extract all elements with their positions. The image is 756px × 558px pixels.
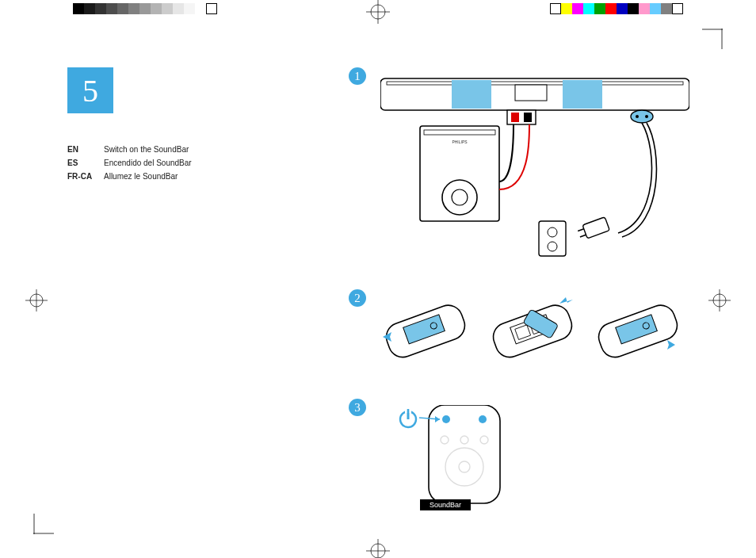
substep-1: 1 [349, 67, 366, 85]
swatch [106, 3, 117, 14]
remote-label-text: SoundBar [430, 501, 461, 509]
svg-rect-17 [387, 82, 683, 85]
substep-3-label: 3 [354, 401, 361, 415]
lang-code: EN [67, 143, 104, 156]
swatch [139, 3, 151, 14]
svg-marker-51 [667, 340, 675, 350]
swatch [672, 3, 683, 14]
substep-2: 2 [349, 289, 366, 307]
swatch [605, 3, 617, 14]
crop-mark-left [25, 289, 48, 311]
swatch [639, 3, 650, 14]
diagram-remote-battery [380, 297, 682, 384]
lang-text: Switch on the SoundBar [104, 143, 189, 156]
swatch [184, 3, 195, 14]
svg-rect-28 [424, 130, 495, 135]
svg-rect-22 [511, 113, 519, 122]
svg-rect-19 [563, 80, 602, 109]
swatch [117, 3, 128, 14]
registration-grayscale-bar [73, 3, 217, 14]
svg-line-33 [578, 229, 584, 231]
swatch [650, 3, 661, 14]
swatch [206, 3, 217, 14]
svg-text:PHILIPS: PHILIPS [452, 140, 468, 144]
svg-rect-23 [524, 113, 532, 122]
svg-point-58 [479, 415, 487, 423]
lang-code: ES [67, 156, 104, 170]
lang-text: Encendido del SoundBar [104, 156, 192, 170]
diagram-connections: PHILIPS [380, 71, 689, 269]
swatch [162, 3, 173, 14]
registration-color-bar [550, 3, 683, 14]
lang-row: ENSwitch on the SoundBar [67, 143, 192, 156]
section-number: 5 [67, 67, 113, 113]
svg-point-24 [631, 110, 653, 123]
svg-point-26 [645, 115, 648, 118]
lang-row: FR-CAAllumez le SoundBar [67, 170, 192, 183]
swatch [128, 3, 139, 14]
swatch [195, 3, 206, 14]
swatch [95, 3, 106, 14]
diagram-power-remote [399, 405, 525, 508]
swatch [73, 3, 84, 14]
corner-mark-bottom-left [33, 514, 54, 534]
swatch [550, 3, 561, 14]
swatch [594, 3, 605, 14]
swatch [617, 3, 628, 14]
lang-text: Allumez le SoundBar [104, 170, 178, 183]
substep-2-label: 2 [354, 292, 361, 305]
swatch [572, 3, 583, 14]
substep-1-label: 1 [354, 70, 361, 83]
power-icon [400, 408, 416, 427]
section-number-text: 5 [82, 72, 98, 109]
svg-rect-20 [515, 85, 547, 101]
corner-mark-top-right [702, 29, 723, 49]
svg-rect-18 [452, 80, 491, 109]
swatch [628, 3, 639, 14]
svg-point-25 [636, 115, 639, 118]
remote-label: SoundBar [420, 499, 471, 510]
lang-code: FR-CA [67, 170, 104, 183]
substep-3: 3 [349, 399, 366, 416]
svg-point-57 [442, 415, 450, 423]
swatch [561, 3, 572, 14]
crop-mark-top [366, 0, 390, 24]
swatch [583, 3, 594, 14]
swatch [173, 3, 184, 14]
svg-rect-32 [582, 217, 609, 239]
swatch [151, 3, 162, 14]
crop-mark-right [708, 289, 731, 311]
language-instructions: ENSwitch on the SoundBarESEncendido del … [67, 143, 192, 183]
swatch [661, 3, 672, 14]
svg-marker-47 [559, 297, 573, 304]
crop-mark-bottom [366, 539, 390, 558]
lang-row: ESEncendido del SoundBar [67, 156, 192, 170]
svg-rect-35 [539, 221, 566, 256]
svg-line-34 [580, 235, 586, 237]
swatch [84, 3, 95, 14]
